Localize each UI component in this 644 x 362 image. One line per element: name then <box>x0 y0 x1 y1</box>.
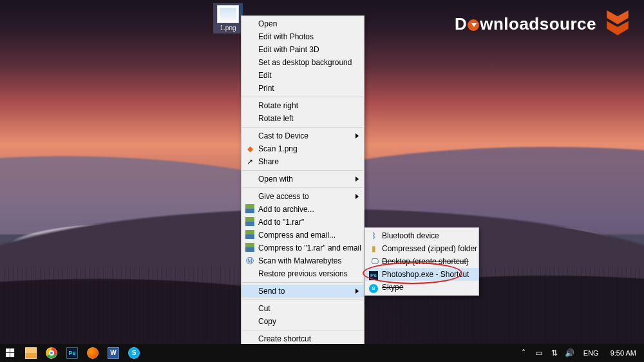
tray-battery-icon[interactable]: ▭ <box>533 344 545 362</box>
sendto-zip[interactable]: ▮Compressed (zipped) folder <box>365 242 478 255</box>
file-thumbnail <box>217 5 239 23</box>
ctx-rotate-right[interactable]: Rotate right <box>242 99 364 112</box>
svg-rect-2 <box>6 348 10 352</box>
sendto-bluetooth[interactable]: ᛒBluetooth device <box>365 229 478 242</box>
ctx-rotate-left[interactable]: Rotate left <box>242 112 364 125</box>
ctx-cast[interactable]: Cast to Device <box>242 129 364 142</box>
sendto-photoshop[interactable]: PsPhotoshop.exe - Shortcut <box>365 268 478 281</box>
tray-chevron-up-icon[interactable]: ˄ <box>518 344 529 362</box>
start-button[interactable] <box>0 344 21 362</box>
file-label: 1.png <box>214 24 242 32</box>
chevron-right-icon <box>355 176 359 182</box>
ctx-add-archive[interactable]: Add to archive... <box>242 203 364 216</box>
ctx-give-access[interactable]: Give access to <box>242 190 364 203</box>
winrar-icon <box>245 230 255 240</box>
separator <box>242 170 363 171</box>
tray-clock[interactable]: 9:50 AM <box>607 349 640 357</box>
chevron-right-icon <box>355 289 359 294</box>
logo-o-icon <box>468 19 479 31</box>
taskbar-photoshop[interactable]: Ps <box>62 344 82 362</box>
submenu-send-to[interactable]: ᛒBluetooth device ▮Compressed (zipped) f… <box>365 227 479 296</box>
bluetooth-icon: ᛒ <box>368 231 379 241</box>
ctx-scan-malwarebytes[interactable]: ⓂScan with Malwarebytes <box>242 254 364 267</box>
separator <box>242 187 363 188</box>
avast-icon: ◆ <box>245 144 255 154</box>
logo-chevron-icon <box>604 10 631 37</box>
ctx-scan-avast[interactable]: ◆Scan 1.png <box>242 142 364 155</box>
photoshop-icon: Ps <box>368 269 379 280</box>
share-icon: ↗ <box>245 157 255 167</box>
ctx-send-to[interactable]: Send to <box>242 285 364 298</box>
ctx-create-shortcut[interactable]: Create shortcut <box>242 332 364 345</box>
chevron-right-icon <box>355 133 359 138</box>
ctx-share[interactable]: ↗Share <box>242 155 364 168</box>
ctx-copy[interactable]: Copy <box>242 315 364 328</box>
ctx-compress-rar-email[interactable]: Compress to "1.rar" and email <box>242 242 364 254</box>
chevron-right-icon <box>355 194 359 199</box>
sendto-skype[interactable]: SSkype <box>365 281 478 294</box>
ctx-add-rar[interactable]: Add to "1.rar" <box>242 216 364 229</box>
explorer-icon <box>25 347 37 359</box>
winrar-icon <box>245 243 255 253</box>
desktop-file-selected[interactable]: 1.png <box>214 4 242 33</box>
context-menu[interactable]: Open Edit with Photos Edit with Paint 3D… <box>241 15 365 362</box>
desktop[interactable]: 1.png Dwnloadsource Open Edit with Photo… <box>0 0 644 362</box>
svg-marker-0 <box>607 10 629 24</box>
sendto-desktop[interactable]: 🖵Desktop (create shortcut) <box>365 255 478 268</box>
ctx-open[interactable]: Open <box>242 17 364 30</box>
malwarebytes-icon: Ⓜ <box>245 256 255 266</box>
word-icon: W <box>108 347 119 359</box>
skype-icon: S <box>128 347 140 359</box>
skype-icon: S <box>368 282 379 292</box>
separator <box>242 330 363 330</box>
winrar-icon <box>245 204 255 214</box>
separator <box>242 127 363 128</box>
taskbar-chrome[interactable] <box>41 344 62 362</box>
ctx-open-with[interactable]: Open with <box>242 173 364 186</box>
ctx-print[interactable]: Print <box>242 82 364 95</box>
windows-icon <box>6 348 15 357</box>
tray-language[interactable]: ENG <box>580 349 603 357</box>
tray-network-icon[interactable]: ⇅ <box>549 344 560 362</box>
svg-rect-4 <box>6 353 10 357</box>
taskbar-skype[interactable]: S <box>124 344 144 362</box>
zip-icon: ▮ <box>368 243 379 254</box>
ctx-cut[interactable]: Cut <box>242 302 364 315</box>
taskbar[interactable]: Ps W S ˄ ▭ ⇅ 🔊 ENG 9:50 AM <box>0 344 644 362</box>
ctx-restore-versions[interactable]: Restore previous versions <box>242 267 364 280</box>
taskbar-firefox[interactable] <box>82 344 103 362</box>
watermark-logo: Dwnloadsource <box>455 10 631 37</box>
separator <box>242 300 363 300</box>
ctx-compress-email[interactable]: Compress and email... <box>242 229 364 242</box>
separator <box>242 282 363 283</box>
ctx-set-background[interactable]: Set as desktop background <box>242 56 364 69</box>
taskbar-word[interactable]: W <box>103 344 124 362</box>
winrar-icon <box>245 217 255 227</box>
svg-rect-3 <box>10 348 14 352</box>
firefox-icon <box>87 347 99 359</box>
tray-volume-icon[interactable]: 🔊 <box>564 344 576 362</box>
taskbar-explorer[interactable] <box>21 344 41 362</box>
ctx-edit[interactable]: Edit <box>242 69 364 82</box>
separator <box>242 97 363 97</box>
ctx-edit-paint3d[interactable]: Edit with Paint 3D <box>242 43 364 56</box>
svg-rect-5 <box>10 353 14 357</box>
ctx-edit-photos[interactable]: Edit with Photos <box>242 30 364 43</box>
photoshop-icon: Ps <box>66 347 78 359</box>
desktop-icon: 🖵 <box>368 256 379 267</box>
chrome-icon <box>46 347 57 359</box>
